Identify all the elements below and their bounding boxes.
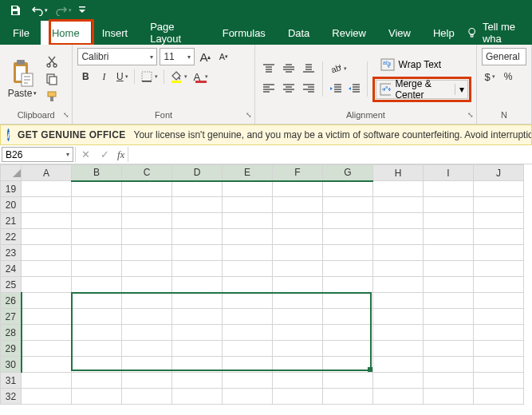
cell-D22[interactable] bbox=[172, 229, 223, 245]
cell-A30[interactable] bbox=[22, 357, 72, 373]
cell-D23[interactable] bbox=[172, 245, 223, 261]
align-middle-icon[interactable] bbox=[280, 60, 298, 77]
cell-E32[interactable] bbox=[223, 389, 273, 405]
copy-icon[interactable] bbox=[45, 72, 59, 86]
underline-button[interactable]: U▾ bbox=[114, 68, 130, 85]
cell-G27[interactable] bbox=[323, 309, 373, 325]
cell-A32[interactable] bbox=[22, 389, 72, 405]
orientation-icon[interactable]: ab▾ bbox=[328, 60, 349, 77]
font-color-icon[interactable]: A▾ bbox=[191, 68, 210, 85]
col-header-H[interactable]: H bbox=[373, 165, 424, 181]
cell-A28[interactable] bbox=[22, 325, 72, 341]
alignment-launcher-icon[interactable]: ⤡ bbox=[467, 109, 474, 121]
cell-E23[interactable] bbox=[223, 245, 273, 261]
cell-E19[interactable] bbox=[223, 181, 273, 197]
tab-file[interactable]: File bbox=[5, 21, 41, 45]
cell-D20[interactable] bbox=[172, 197, 223, 213]
cell-C24[interactable] bbox=[122, 261, 172, 277]
cell-G32[interactable] bbox=[323, 389, 373, 405]
cell-G20[interactable] bbox=[323, 197, 373, 213]
cell-J29[interactable] bbox=[474, 341, 524, 357]
cell-G31[interactable] bbox=[323, 373, 373, 389]
cell-H28[interactable] bbox=[373, 325, 424, 341]
cell-I25[interactable] bbox=[424, 277, 474, 293]
row-header-22[interactable]: 22 bbox=[1, 229, 22, 245]
cell-E31[interactable] bbox=[223, 373, 273, 389]
align-bottom-icon[interactable] bbox=[300, 60, 317, 77]
cell-H31[interactable] bbox=[373, 373, 424, 389]
align-left-icon[interactable] bbox=[260, 80, 278, 97]
row-header-32[interactable]: 32 bbox=[1, 389, 22, 405]
cell-J22[interactable] bbox=[474, 229, 524, 245]
cell-G26[interactable] bbox=[323, 293, 373, 309]
cell-B28[interactable] bbox=[72, 325, 122, 341]
enter-formula-icon[interactable]: ✓ bbox=[95, 145, 114, 164]
row-header-24[interactable]: 24 bbox=[1, 261, 22, 277]
cell-B20[interactable] bbox=[72, 197, 122, 213]
cell-J25[interactable] bbox=[474, 277, 524, 293]
col-header-F[interactable]: F bbox=[273, 165, 323, 181]
cell-H19[interactable] bbox=[373, 181, 424, 197]
row-header-26[interactable]: 26 bbox=[1, 293, 22, 309]
cell-E30[interactable] bbox=[223, 357, 273, 373]
save-icon[interactable] bbox=[5, 2, 26, 19]
cell-B19[interactable] bbox=[72, 181, 122, 197]
decrease-indent-icon[interactable] bbox=[328, 80, 344, 97]
col-header-A[interactable]: A bbox=[22, 165, 72, 181]
cell-I28[interactable] bbox=[424, 325, 474, 341]
cell-G22[interactable] bbox=[323, 229, 373, 245]
cell-I24[interactable] bbox=[424, 261, 474, 277]
spreadsheet-grid[interactable]: ABCDEFGHIJ1920212223242526272829303132 bbox=[0, 164, 532, 415]
col-header-E[interactable]: E bbox=[223, 165, 273, 181]
cell-I26[interactable] bbox=[424, 293, 474, 309]
redo-icon[interactable]: ▾ bbox=[53, 2, 73, 19]
bold-button[interactable]: B bbox=[77, 68, 93, 85]
cell-H21[interactable] bbox=[373, 213, 424, 229]
align-top-icon[interactable] bbox=[260, 60, 278, 77]
cell-D27[interactable] bbox=[172, 309, 223, 325]
name-box[interactable]: B26▾ bbox=[2, 147, 73, 162]
clipboard-launcher-icon[interactable]: ⤡ bbox=[63, 109, 69, 121]
cell-H30[interactable] bbox=[373, 357, 424, 373]
cell-G21[interactable] bbox=[323, 213, 373, 229]
cell-H32[interactable] bbox=[373, 389, 424, 405]
cell-I32[interactable] bbox=[424, 389, 474, 405]
cell-F30[interactable] bbox=[273, 357, 323, 373]
cell-D21[interactable] bbox=[172, 213, 223, 229]
cell-C25[interactable] bbox=[122, 277, 172, 293]
cell-D31[interactable] bbox=[172, 373, 223, 389]
cell-B26[interactable] bbox=[72, 293, 122, 309]
cell-H23[interactable] bbox=[373, 245, 424, 261]
row-header-29[interactable]: 29 bbox=[1, 341, 22, 357]
cell-F23[interactable] bbox=[273, 245, 323, 261]
cell-H27[interactable] bbox=[373, 309, 424, 325]
align-center-icon[interactable] bbox=[280, 80, 298, 97]
cell-E27[interactable] bbox=[223, 309, 273, 325]
tab-review[interactable]: Review bbox=[321, 21, 377, 45]
row-header-21[interactable]: 21 bbox=[1, 213, 22, 229]
increase-font-icon[interactable]: A▴ bbox=[197, 48, 213, 65]
cell-I29[interactable] bbox=[424, 341, 474, 357]
cell-H25[interactable] bbox=[373, 277, 424, 293]
cell-B25[interactable] bbox=[72, 277, 122, 293]
number-format-combo[interactable]: General bbox=[482, 48, 526, 65]
cell-A19[interactable] bbox=[22, 181, 72, 197]
cell-H26[interactable] bbox=[373, 293, 424, 309]
cell-G28[interactable] bbox=[323, 325, 373, 341]
tab-view[interactable]: View bbox=[377, 21, 422, 45]
cell-I22[interactable] bbox=[424, 229, 474, 245]
font-size-combo[interactable]: 11▾ bbox=[160, 48, 195, 65]
col-header-G[interactable]: G bbox=[323, 165, 373, 181]
cell-G25[interactable] bbox=[323, 277, 373, 293]
cell-F32[interactable] bbox=[273, 389, 323, 405]
cell-A31[interactable] bbox=[22, 373, 72, 389]
font-launcher-icon[interactable]: ⤡ bbox=[246, 109, 252, 121]
cell-E20[interactable] bbox=[223, 197, 273, 213]
cell-J27[interactable] bbox=[474, 309, 524, 325]
row-header-30[interactable]: 30 bbox=[1, 357, 22, 373]
cell-J32[interactable] bbox=[474, 389, 524, 405]
cell-A27[interactable] bbox=[22, 309, 72, 325]
cell-D32[interactable] bbox=[172, 389, 223, 405]
cell-E22[interactable] bbox=[223, 229, 273, 245]
col-header-D[interactable]: D bbox=[172, 165, 223, 181]
